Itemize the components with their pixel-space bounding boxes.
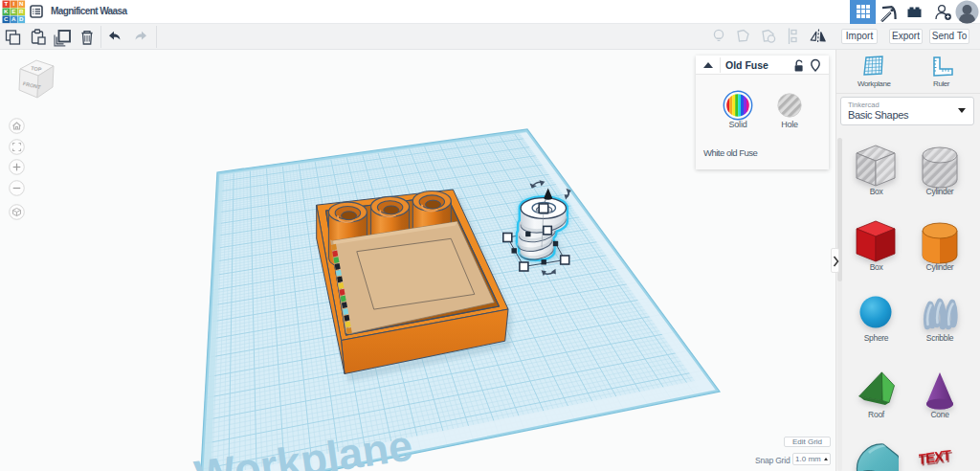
svg-text:A: A: [11, 15, 16, 22]
svg-text:D: D: [19, 15, 24, 22]
svg-text:K: K: [4, 8, 9, 14]
svg-text:C: C: [4, 15, 9, 22]
svg-text:R: R: [19, 8, 24, 14]
svg-text:I: I: [12, 0, 14, 7]
svg-text:N: N: [19, 0, 24, 7]
svg-text:TEXT: TEXT: [919, 448, 953, 469]
svg-text:T: T: [4, 0, 8, 7]
svg-text:E: E: [11, 8, 15, 14]
